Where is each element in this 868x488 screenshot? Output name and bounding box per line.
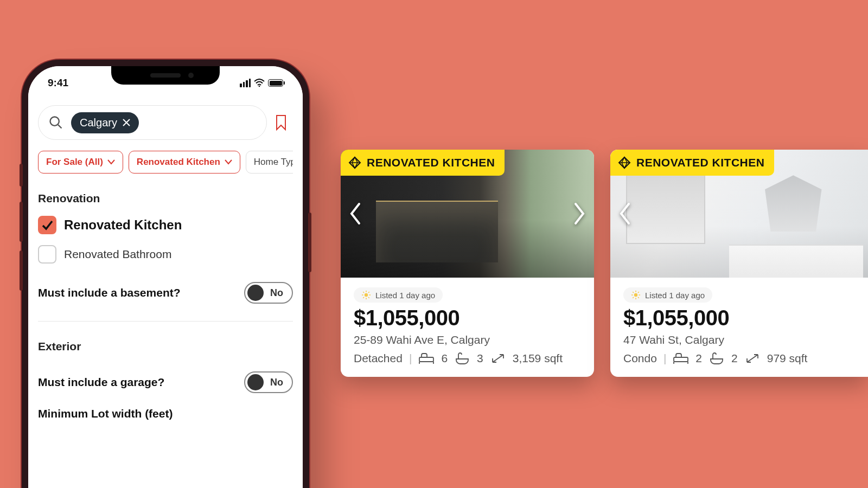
svg-line-12 bbox=[368, 292, 369, 293]
listing-price: $1,055,000 bbox=[623, 306, 855, 330]
toggle-value: No bbox=[270, 377, 283, 388]
filter-renovated-kitchen[interactable]: Renovated Kitchen bbox=[129, 151, 240, 174]
filter-for-sale[interactable]: For Sale (All) bbox=[38, 151, 123, 174]
checkbox-row-kitchen[interactable]: Renovated Kitchen bbox=[38, 216, 293, 234]
toggle-knob bbox=[247, 374, 264, 390]
filter-home-type[interactable]: Home Type bbox=[246, 151, 293, 174]
filter-label: For Sale (All) bbox=[46, 157, 103, 168]
listing-image: RENOVATED KITCHEN bbox=[341, 150, 594, 278]
cellular-bars-icon bbox=[240, 79, 251, 87]
checkbox-label: Renovated Kitchen bbox=[64, 217, 182, 233]
section-title-renovation: Renovation bbox=[38, 192, 293, 205]
chevron-down-icon bbox=[225, 159, 232, 165]
listing-meta: Condo | 2 2 979 sqft bbox=[623, 352, 855, 365]
phone-side-button bbox=[308, 213, 311, 272]
listing-type: Condo bbox=[623, 352, 657, 365]
next-image-icon[interactable] bbox=[571, 202, 586, 226]
svg-line-10 bbox=[363, 292, 364, 293]
status-time: 9:41 bbox=[48, 77, 68, 89]
svg-rect-24 bbox=[674, 357, 688, 362]
prev-image-icon[interactable] bbox=[348, 202, 363, 226]
area-icon bbox=[744, 352, 761, 365]
svg-line-2 bbox=[58, 125, 61, 128]
toggle-knob bbox=[247, 285, 264, 301]
listing-beds: 2 bbox=[695, 352, 702, 365]
svg-line-21 bbox=[638, 297, 639, 298]
svg-line-11 bbox=[368, 297, 369, 298]
battery-icon bbox=[268, 79, 283, 87]
sun-icon bbox=[631, 290, 641, 300]
checkbox-checked-icon[interactable] bbox=[38, 216, 56, 234]
prev-image-icon[interactable] bbox=[618, 202, 633, 226]
search-icon bbox=[48, 115, 63, 130]
filter-label: Renovated Kitchen bbox=[137, 157, 220, 168]
checkbox-row-bathroom[interactable]: Renovated Bathroom bbox=[38, 245, 293, 264]
svg-point-5 bbox=[365, 293, 368, 297]
diamond-icon bbox=[348, 156, 361, 169]
search-chip-label: Calgary bbox=[80, 117, 117, 129]
badge-label: RENOVATED KITCHEN bbox=[636, 156, 764, 169]
listing-type: Detached bbox=[354, 352, 403, 365]
toggle-row-basement: Must include a basement? No bbox=[38, 282, 293, 304]
search-chip[interactable]: Calgary bbox=[71, 112, 139, 133]
search-input[interactable]: Calgary bbox=[38, 105, 267, 140]
bookmark-icon[interactable] bbox=[275, 114, 288, 131]
listing-address: 47 Wahi St, Calgary bbox=[623, 333, 855, 346]
status-bar: 9:41 bbox=[28, 75, 303, 91]
filter-bar: For Sale (All) Renovated Kitchen Home Ty… bbox=[38, 151, 293, 174]
toggle-label: Must include a garage? bbox=[38, 376, 164, 389]
listed-badge: Listed 1 day ago bbox=[623, 287, 712, 303]
label-row-lot-width: Minimum Lot width (feet) bbox=[38, 407, 293, 420]
toggle-row-garage: Must include a garage? No bbox=[38, 371, 293, 393]
toggle-value: No bbox=[270, 287, 283, 299]
listing-area: 979 sqft bbox=[767, 352, 808, 365]
diamond-icon bbox=[618, 156, 631, 169]
svg-line-23 bbox=[633, 297, 634, 298]
wifi-icon bbox=[254, 79, 265, 87]
listing-address: 25-89 Wahi Ave E, Calgary bbox=[354, 333, 581, 346]
listing-baths: 2 bbox=[731, 352, 738, 365]
listing-area: 3,159 sqft bbox=[513, 352, 563, 365]
listing-card[interactable]: RENOVATED KITCHEN Listed 1 day ago $1, bbox=[341, 150, 594, 377]
listing-baths: 3 bbox=[477, 352, 483, 365]
svg-rect-14 bbox=[419, 357, 433, 362]
listed-text: Listed 1 day ago bbox=[645, 291, 705, 300]
toggle-basement[interactable]: No bbox=[244, 282, 293, 304]
listing-beds: 6 bbox=[441, 352, 448, 365]
svg-point-15 bbox=[634, 293, 637, 297]
chevron-down-icon bbox=[107, 159, 115, 165]
toggle-label: Must include a basement? bbox=[38, 286, 181, 299]
filter-label: Home Type bbox=[254, 157, 293, 168]
listing-cards: RENOVATED KITCHEN Listed 1 day ago $1, bbox=[341, 150, 868, 377]
section-title-exterior: Exterior bbox=[38, 340, 293, 353]
svg-line-13 bbox=[363, 297, 364, 298]
listed-badge: Listed 1 day ago bbox=[354, 287, 443, 303]
checkbox-label: Renovated Bathroom bbox=[64, 248, 171, 261]
toggle-garage[interactable]: No bbox=[244, 371, 293, 393]
area-icon bbox=[490, 352, 506, 365]
bed-icon bbox=[673, 352, 689, 365]
badge-renovated-kitchen: RENOVATED KITCHEN bbox=[341, 150, 505, 176]
badge-renovated-kitchen: RENOVATED KITCHEN bbox=[610, 150, 774, 176]
listing-meta: Detached | 6 3 3,159 sqft bbox=[354, 352, 581, 365]
checkbox-unchecked-icon[interactable] bbox=[38, 245, 56, 264]
bath-icon bbox=[709, 352, 725, 365]
svg-line-20 bbox=[633, 292, 634, 293]
listed-text: Listed 1 day ago bbox=[375, 291, 435, 300]
sun-icon bbox=[361, 290, 371, 300]
svg-point-0 bbox=[259, 86, 260, 87]
listing-price: $1,055,000 bbox=[354, 306, 581, 330]
bed-icon bbox=[418, 352, 435, 365]
close-icon[interactable] bbox=[123, 119, 130, 126]
listing-card[interactable]: RENOVATED KITCHEN Listed 1 day ago $1,05… bbox=[610, 150, 868, 377]
svg-line-22 bbox=[638, 292, 639, 293]
phone-side-button bbox=[20, 164, 23, 187]
phone-mockup: 9:41 Calgary bbox=[22, 60, 309, 488]
divider bbox=[38, 321, 293, 322]
phone-side-button bbox=[20, 251, 23, 291]
listing-image: RENOVATED KITCHEN bbox=[610, 150, 868, 278]
phone-side-button bbox=[20, 202, 23, 242]
field-label: Minimum Lot width (feet) bbox=[38, 407, 173, 420]
badge-label: RENOVATED KITCHEN bbox=[367, 156, 495, 169]
bath-icon bbox=[454, 352, 470, 365]
